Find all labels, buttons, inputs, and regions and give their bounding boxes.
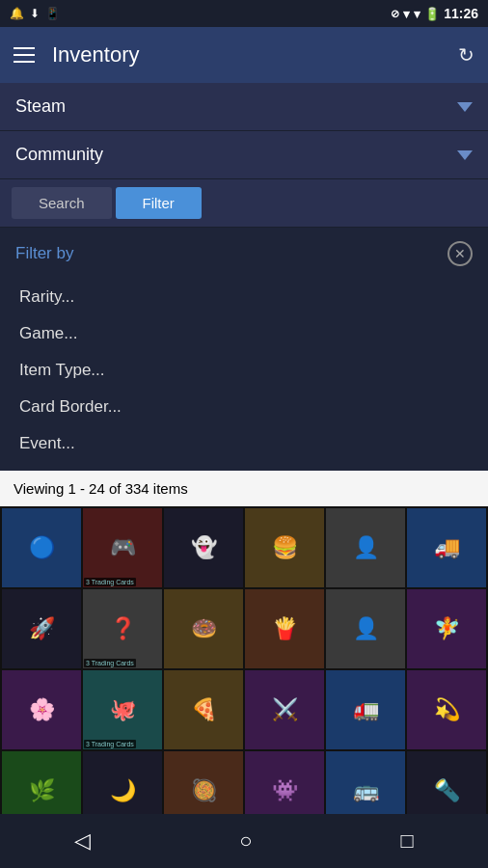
menu-button[interactable]	[14, 47, 35, 63]
bottom-nav: ◁ ○ □	[0, 814, 488, 868]
recent-button[interactable]: □	[392, 819, 423, 863]
item-count-text: Viewing 1 - 24 of 334 items	[14, 480, 188, 497]
grid-item-15[interactable]: 🍕	[164, 670, 243, 749]
event-filter[interactable]: Event...	[15, 426, 473, 461]
grid-item-13[interactable]: 🌸	[2, 670, 81, 749]
steam-label: Steam	[15, 96, 66, 117]
grid-item-10[interactable]: 🍟	[245, 589, 324, 668]
app-header: Inventory ↻	[0, 27, 488, 83]
filter-tab-label: Filter	[143, 195, 175, 211]
grid-item-2[interactable]: 🎮3 Trading Cards	[83, 508, 162, 587]
grid-item-5[interactable]: 👤	[326, 508, 405, 587]
download-icon: ⬇	[30, 7, 40, 20]
status-icons-left: 🔔 ⬇ 📱	[10, 7, 60, 20]
back-button[interactable]: ◁	[65, 819, 100, 863]
grid-item-14[interactable]: 🐙3 Trading Cards	[83, 670, 162, 749]
refresh-button[interactable]: ↻	[458, 43, 474, 67]
item-type-label: Item Type...	[19, 361, 105, 379]
community-dropdown[interactable]: Community	[0, 131, 488, 179]
filter-items: Rarity... Game... Item Type... Card Bord…	[15, 280, 473, 461]
trading-cards-badge: 3 Trading Cards	[84, 659, 136, 667]
home-button[interactable]: ○	[230, 819, 261, 863]
close-icon: ✕	[454, 246, 466, 261]
grid-item-1[interactable]: 🔵	[2, 508, 81, 587]
phone-icon: 📱	[45, 7, 60, 20]
community-arrow-icon	[457, 150, 473, 160]
clock: 11:26	[444, 6, 478, 21]
status-icons-right: ⊘ ▾ ▾ 🔋 11:26	[391, 6, 478, 21]
grid-item-11[interactable]: 👤	[326, 589, 405, 668]
dropdown-container: Steam Community	[0, 83, 488, 179]
search-tab-label: Search	[39, 195, 85, 211]
battery-icon: 🔋	[424, 7, 440, 21]
count-bar: Viewing 1 - 24 of 334 items	[0, 471, 488, 506]
rarity-filter[interactable]: Rarity...	[15, 280, 473, 314]
game-filter[interactable]: Game...	[15, 316, 473, 351]
filter-header: Filter by ✕	[15, 241, 473, 266]
grid-item-3[interactable]: 👻	[164, 508, 243, 587]
filter-tab[interactable]: Filter	[116, 187, 202, 219]
card-border-filter[interactable]: Card Border...	[15, 390, 473, 424]
filter-panel: Filter by ✕ Rarity... Game... Item Type.…	[0, 228, 488, 471]
grid-item-12[interactable]: 🧚	[407, 589, 486, 668]
grid-item-18[interactable]: 💫	[407, 670, 486, 749]
grid-item-7[interactable]: 🚀	[2, 589, 81, 668]
notification-icon: 🔔	[10, 7, 24, 20]
tab-bar: Search Filter	[0, 179, 488, 228]
grid-item-4[interactable]: 🍔	[245, 508, 324, 587]
grid-item-16[interactable]: ⚔️	[245, 670, 324, 749]
card-border-label: Card Border...	[19, 397, 122, 416]
steam-dropdown[interactable]: Steam	[0, 83, 488, 131]
trading-cards-badge: 3 Trading Cards	[84, 578, 136, 586]
search-tab[interactable]: Search	[12, 187, 112, 219]
signal-icon: ▾	[414, 7, 420, 21]
steam-arrow-icon	[457, 102, 473, 112]
game-label: Game...	[19, 324, 77, 342]
community-label: Community	[15, 145, 103, 165]
no-sim-icon: ⊘	[391, 8, 399, 20]
event-label: Event...	[19, 434, 75, 452]
close-filter-button[interactable]: ✕	[447, 241, 473, 266]
grid-item-9[interactable]: 🍩	[164, 589, 243, 668]
page-title: Inventory	[52, 42, 441, 68]
status-bar: 🔔 ⬇ 📱 ⊘ ▾ ▾ 🔋 11:26	[0, 0, 488, 27]
rarity-label: Rarity...	[19, 287, 74, 306]
wifi-icon: ▾	[403, 7, 410, 21]
trading-cards-badge: 3 Trading Cards	[84, 740, 136, 748]
item-type-filter[interactable]: Item Type...	[15, 353, 473, 388]
grid-item-6[interactable]: 🚚	[407, 508, 486, 587]
filter-by-label: Filter by	[15, 244, 73, 263]
grid-item-17[interactable]: 🚛	[326, 670, 405, 749]
grid-item-8[interactable]: ❓3 Trading Cards	[83, 589, 162, 668]
inventory-grid: 🔵🎮3 Trading Cards👻🍔👤🚚🚀❓3 Trading Cards🍩🍟…	[0, 506, 488, 832]
